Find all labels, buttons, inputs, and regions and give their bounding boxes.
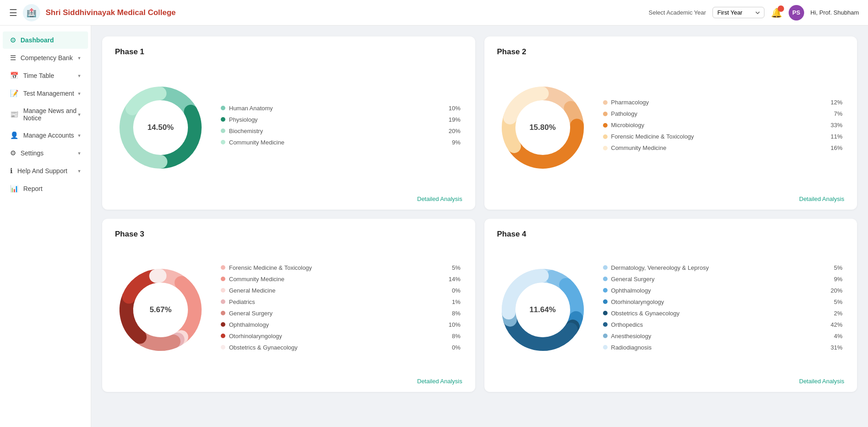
legend-pct: 31% xyxy=(828,344,842,351)
avatar: PS xyxy=(789,5,804,21)
legend-label-text: Physiology xyxy=(229,116,258,123)
main-content: Phase 1 14.50% Human Anatomy 10% xyxy=(91,26,868,427)
legend-item: General Surgery 9% xyxy=(603,276,843,283)
legend-pct: 10% xyxy=(446,321,461,328)
avatar-initials: PS xyxy=(792,9,800,16)
legend-scroll[interactable]: Pharmacology 12% Pathology 7% Microbiolo… xyxy=(603,99,845,156)
legend-dot xyxy=(221,265,225,270)
legend-pct: 14% xyxy=(446,276,461,283)
legend-dot xyxy=(603,123,608,128)
hamburger-icon[interactable]: ☰ xyxy=(9,7,17,18)
legend-dot xyxy=(221,129,225,133)
sidebar-item-dashboard[interactable]: ⊙ Dashboard xyxy=(3,31,88,49)
legend-item: Ophthalmology 10% xyxy=(221,321,461,328)
sidebar-label-time-table: Time Table xyxy=(23,72,54,79)
legend-label-text: Pediatrics xyxy=(229,298,255,305)
legend-item: Community Medicine 9% xyxy=(221,139,461,146)
legend-scroll[interactable]: Forensic Medicine & Toxicology 5% Commun… xyxy=(221,264,463,355)
legend-dot xyxy=(603,277,608,281)
legend-label-text: General Surgery xyxy=(229,310,272,317)
legend-pct: 20% xyxy=(828,287,842,294)
legend-item: Ophthalmology 20% xyxy=(603,287,843,294)
legend-item: Community Medicine 16% xyxy=(603,144,843,151)
legend-scroll[interactable]: Human Anatomy 10% Physiology 19% Biochem… xyxy=(221,105,463,150)
legend-item: Pharmacology 12% xyxy=(603,99,843,106)
legend-item: Physiology 19% xyxy=(221,116,461,123)
donut-label: 11.64% xyxy=(530,305,556,314)
donut-label: 14.50% xyxy=(147,123,174,132)
sidebar-item-manage-news[interactable]: 📰 Manage News and Notice ▾ xyxy=(3,103,88,126)
legend-label-text: Community Medicine xyxy=(229,139,284,146)
legend-label-text: Ophthalmology xyxy=(611,287,651,294)
sidebar-item-time-table[interactable]: 📅 Time Table ▾ xyxy=(3,67,88,84)
manage-accounts-icon: 👤 xyxy=(10,131,19,139)
legend-dot xyxy=(221,288,225,293)
legend-label-text: Biochemistry xyxy=(229,128,263,134)
legend-item: Forensic Medicine & Toxicology 5% xyxy=(221,264,461,271)
legend-pct: 0% xyxy=(446,287,461,294)
legend-dot xyxy=(603,322,608,327)
detailed-analysis-link[interactable]: Detailed Analysis xyxy=(115,191,463,202)
sidebar-item-test-management[interactable]: 📝 Test Management ▾ xyxy=(3,85,88,102)
legend-item: Radiodiagnosis 31% xyxy=(603,344,843,351)
legend-label-text: Obstetrics & Gynaecology xyxy=(611,310,680,317)
legend-pct: 7% xyxy=(828,110,842,117)
legend-item: Biochemistry 20% xyxy=(221,128,461,134)
sidebar-item-settings[interactable]: ⚙ Settings ▾ xyxy=(3,144,88,162)
legend-label-text: Ophthalmology xyxy=(229,321,269,328)
phase-title: Phase 3 xyxy=(115,230,463,239)
legend-pct: 1% xyxy=(446,298,461,305)
legend-label-text: General Surgery xyxy=(611,276,655,283)
legend-dot xyxy=(221,106,225,110)
chevron-down-icon: ▾ xyxy=(78,112,81,118)
phase-card-phase1: Phase 1 14.50% Human Anatomy 10% xyxy=(102,36,475,210)
bell-wrapper: 🔔 xyxy=(771,7,782,18)
detailed-analysis-link[interactable]: Detailed Analysis xyxy=(497,191,845,202)
academic-year-label: Select Academic Year xyxy=(649,9,706,16)
phase-body: 11.64% Dermatology, Venereology & Lepros… xyxy=(497,246,845,373)
legend-item: Community Medicine 14% xyxy=(221,276,461,283)
legend-item: Otorhinolaryngology 8% xyxy=(221,333,461,340)
layout: ⊙ Dashboard ☰ Competency Bank ▾ 📅 Time T… xyxy=(0,0,868,427)
bell-badge xyxy=(778,5,784,12)
sidebar-item-report[interactable]: 📊 Report xyxy=(3,180,88,197)
detailed-analysis-link[interactable]: Detailed Analysis xyxy=(115,373,463,385)
legend-dot xyxy=(603,288,608,293)
legend-pct: 5% xyxy=(446,264,461,271)
donut-label: 5.67% xyxy=(150,305,172,314)
legend-item: Human Anatomy 10% xyxy=(221,105,461,112)
sidebar-item-manage-accounts[interactable]: 👤 Manage Accounts ▾ xyxy=(3,127,88,144)
legend-pct: 8% xyxy=(446,310,461,317)
topnav-left: ☰ 🏥 Shri Siddhivinayak Medical College xyxy=(9,4,176,21)
legend-scroll[interactable]: Dermatology, Venereology & Leprosy 5% Ge… xyxy=(603,264,845,355)
legend-pct: 2% xyxy=(828,310,842,317)
donut-container: 15.80% xyxy=(497,82,588,173)
legend-dot xyxy=(221,322,225,327)
legend-item: General Medicine 0% xyxy=(221,287,461,294)
legend-dot xyxy=(221,311,225,315)
phase-title: Phase 2 xyxy=(497,47,845,57)
legend-label-text: Microbiology xyxy=(611,122,645,129)
sidebar-label-manage-news: Manage News and Notice xyxy=(23,107,78,122)
legend-item: Anesthesiology 4% xyxy=(603,333,843,340)
college-logo: 🏥 xyxy=(23,4,40,21)
sidebar-item-help-support[interactable]: ℹ Help And Support ▾ xyxy=(3,162,88,180)
sidebar-label-competency-bank: Competency Bank xyxy=(21,54,73,62)
user-greeting: Hi, Prof. Shubham xyxy=(811,9,859,16)
sidebar-item-competency-bank[interactable]: ☰ Competency Bank ▾ xyxy=(3,49,88,67)
legend-item: Dermatology, Venereology & Leprosy 5% xyxy=(603,264,843,271)
legend-label-text: Otorhinolaryngology xyxy=(229,333,282,340)
legend-pct: 9% xyxy=(828,276,842,283)
legend-pct: 11% xyxy=(828,133,842,140)
legend-pct: 9% xyxy=(446,139,461,146)
legend-item: Pathology 7% xyxy=(603,110,843,117)
legend-item: Orthopedics 42% xyxy=(603,321,843,328)
college-title: Shri Siddhivinayak Medical College xyxy=(46,8,176,17)
manage-news-icon: 📰 xyxy=(10,110,19,118)
phase-card-phase4: Phase 4 11.64% Dermatology, Venereology … xyxy=(484,219,858,392)
detailed-analysis-link[interactable]: Detailed Analysis xyxy=(497,373,845,385)
legend-label-text: Otorhinolaryngology xyxy=(611,298,664,305)
legend-pct: 8% xyxy=(446,333,461,340)
academic-year-select[interactable]: First Year Second Year Third Year Final … xyxy=(712,7,764,18)
legend-dot xyxy=(221,277,225,281)
